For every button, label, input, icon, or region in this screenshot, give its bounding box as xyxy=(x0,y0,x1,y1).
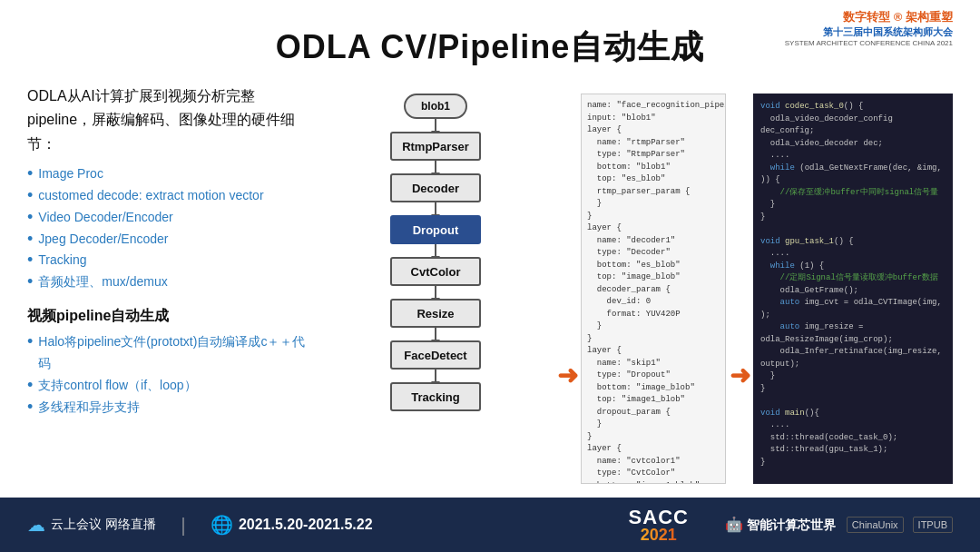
pipeline-node-tracking: Tracking xyxy=(390,382,481,411)
list-item: 多线程和异步支持 xyxy=(27,397,318,419)
pipeline-node-blob1: blob1 xyxy=(404,94,467,119)
logo-en: SYSTEM ARCHITECT CONFERENCE CHINA 2021 xyxy=(785,39,953,47)
section-heading-2: 视频pipeline自动生成 xyxy=(27,304,318,328)
partner-chinaunix: ChinaUnix xyxy=(847,517,904,533)
pipeline-container: blob1 RtmpParser Decoder Dropout CvtColo… xyxy=(318,84,953,484)
arrow-pipeline-to-config: ➜ xyxy=(554,266,581,484)
cloud-icon: ☁ xyxy=(27,514,45,536)
partner-logos: ChinaUnix ITPUB xyxy=(847,517,953,533)
globe-icon: 🌐 xyxy=(211,514,233,536)
list-item: 支持control flow（if、loop） xyxy=(27,375,318,397)
two-col-layout: ODLA从AI计算扩展到视频分析完整pipeline，屏蔽编解码、图像处理的硬件… xyxy=(27,84,953,484)
list-item: 音频处理、mux/demux xyxy=(27,271,318,293)
arrow-config-to-code: ➜ xyxy=(726,266,753,484)
pipeline-node-rtmpparser: RtmpParser xyxy=(390,132,481,161)
left-column: ODLA从AI计算扩展到视频分析完整pipeline，屏蔽编解码、图像处理的硬件… xyxy=(27,84,318,484)
cloud-text: 云上会议 网络直播 xyxy=(51,517,156,533)
smart-chip-text: 🤖 智能计算芯世界 xyxy=(725,516,836,534)
date-text: 2021.5.20-2021.5.22 xyxy=(239,517,373,533)
right-logos: 🤖 智能计算芯世界 ChinaUnix ITPUB xyxy=(725,516,953,534)
arrow-5 xyxy=(435,286,436,299)
bullet-list-2: Halo将pipeline文件(prototxt)自动编译成c＋＋代码 支持co… xyxy=(27,331,318,418)
pipeline-diagram: blob1 RtmpParser Decoder Dropout CvtColo… xyxy=(390,94,481,411)
pipeline-node-dropout: Dropout xyxy=(390,215,481,244)
logo-title: 数字转型 ® 架构重塑 xyxy=(785,9,953,25)
pipeline-node-facedetect: FaceDetect xyxy=(390,340,481,370)
arrow-6 xyxy=(435,328,436,340)
list-item: Image Proc xyxy=(27,163,318,185)
list-item: Tracking xyxy=(27,250,318,271)
cloud-section: ☁ 云上会议 网络直播 xyxy=(27,514,156,536)
list-item: customed decode: extract motion vector xyxy=(27,185,318,207)
pipeline-node-cvtcolor: CvtColor xyxy=(390,257,481,286)
code-panel: void codec_task_0() { odla_video_decoder… xyxy=(753,94,953,484)
bottom-bar: ☁ 云上会议 网络直播 ｜ 🌐 2021.5.20-2021.5.22 SACC… xyxy=(0,498,980,552)
sacc-year: 2021 xyxy=(641,526,677,545)
globe-section: 🌐 2021.5.20-2021.5.22 xyxy=(211,514,373,536)
config-panel: name: "face_recognition_pipeline" input:… xyxy=(581,94,726,484)
bullet-list-1: Image Proc customed decode: extract moti… xyxy=(27,163,318,293)
smart-chip-logo: 🤖 智能计算芯世界 xyxy=(725,516,836,534)
arrow-1 xyxy=(435,119,436,132)
pipeline-diagram-col: blob1 RtmpParser Decoder Dropout CvtColo… xyxy=(318,84,554,484)
pipeline-node-decoder: Decoder xyxy=(390,173,481,202)
partner-itpub: ITPUB xyxy=(913,517,953,533)
arrow-4 xyxy=(435,244,436,257)
left-intro: ODLA从AI计算扩展到视频分析完整pipeline，屏蔽编解码、图像处理的硬件… xyxy=(27,84,318,156)
list-item: Jpeg Decoder/Encoder xyxy=(27,229,318,251)
list-item: Halo将pipeline文件(prototxt)自动编译成c＋＋代码 xyxy=(27,331,318,375)
main-content: 数字转型 ® 架构重塑 第十三届中国系统架构师大会 SYSTEM ARCHITE… xyxy=(0,0,980,498)
sacc-badge: SACC 2021 xyxy=(629,506,689,545)
bottom-divider: ｜ xyxy=(174,513,192,537)
logo-subtitle: 第十三届中国系统架构师大会 xyxy=(785,25,953,39)
list-item: Video Decoder/Encoder xyxy=(27,207,318,229)
arrow-3 xyxy=(435,202,436,215)
pipeline-node-resize: Resize xyxy=(390,299,481,328)
top-right-logo: 数字转型 ® 架构重塑 第十三届中国系统架构师大会 SYSTEM ARCHITE… xyxy=(785,9,953,47)
arrow-2 xyxy=(435,161,436,173)
arrow-7 xyxy=(435,370,436,382)
